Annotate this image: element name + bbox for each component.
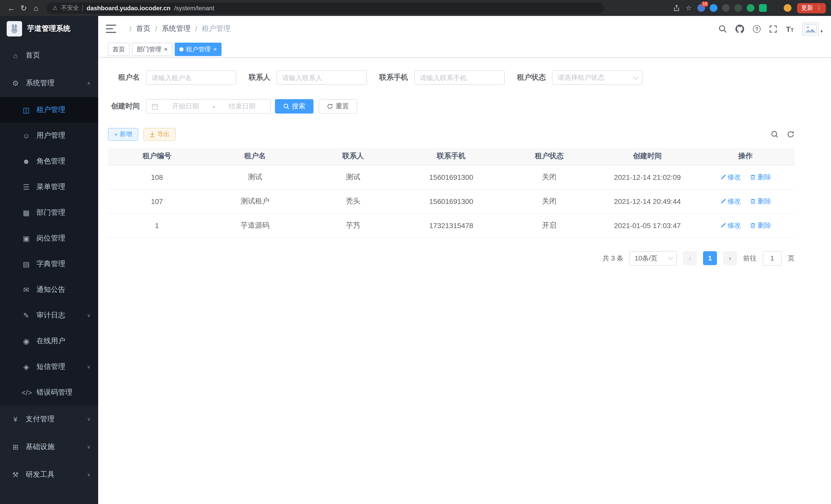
dict-icon: ▤ xyxy=(22,260,31,268)
font-size-icon: TT xyxy=(786,25,794,33)
breadcrumb-link[interactable]: 租户管理 xyxy=(202,24,230,33)
extension-icon[interactable] xyxy=(735,4,742,12)
extension-row: 10 xyxy=(697,4,792,12)
extension-icon[interactable] xyxy=(784,4,792,12)
extension-icon[interactable] xyxy=(759,4,767,12)
date-separator: - xyxy=(213,102,215,110)
sidebar-item[interactable]: ☰ 菜单管理 xyxy=(0,174,98,200)
delete-button[interactable]: 删除 xyxy=(750,197,771,206)
breadcrumb-link[interactable]: 系统管理 xyxy=(162,24,191,33)
sidebar-item[interactable]: ⌂ 首页 xyxy=(0,41,98,69)
sidebar-item[interactable]: ✉ 通知公告 xyxy=(0,277,98,303)
share-button[interactable] xyxy=(674,5,680,11)
edit-button[interactable]: 修改 xyxy=(720,197,741,206)
sidebar-item[interactable]: ▣ 岗位管理 xyxy=(0,226,98,251)
search-button[interactable] xyxy=(718,25,727,33)
home-icon: ⌂ xyxy=(11,51,20,60)
sidebar-item-label: 短信管理 xyxy=(36,362,65,372)
extension-icon[interactable] xyxy=(710,4,717,12)
bunny-icon xyxy=(9,23,20,34)
edit-button[interactable]: 修改 xyxy=(720,221,741,230)
search-submit-button[interactable]: 搜索 xyxy=(275,99,314,114)
home-button[interactable]: ⌂ xyxy=(30,2,42,14)
sidebar-item[interactable]: ☻ 角色管理 xyxy=(0,148,98,174)
tab-close-icon[interactable]: × xyxy=(213,46,217,52)
sidebar-item[interactable]: ◫ 租户管理 xyxy=(0,97,98,123)
back-button[interactable]: ← xyxy=(5,2,18,14)
sidebar-collapse-button[interactable] xyxy=(106,25,116,33)
toggle-search-button[interactable] xyxy=(771,130,779,138)
edit-button-label: 修改 xyxy=(727,172,741,182)
tab-label: 租户管理 xyxy=(186,45,211,54)
url-path: /system/tenant xyxy=(174,4,214,11)
sidebar-item[interactable]: ⚙ 系统管理 ∧ xyxy=(0,69,98,97)
chevron-down-icon xyxy=(668,255,673,260)
status-select[interactable]: 请选择租户状态 xyxy=(552,70,642,85)
app-window: 芋道管理系统 ⌂ 首页 ⚙ 系统管理 ∧ xyxy=(0,16,831,504)
add-button[interactable]: + 新增 xyxy=(108,128,138,141)
sidebar-item[interactable]: ✎ 审计日志 ∨ xyxy=(0,303,98,328)
page-number-button[interactable]: 1 xyxy=(703,251,717,265)
contact-input[interactable] xyxy=(277,70,367,85)
share-icon xyxy=(674,5,680,11)
sidebar-item[interactable]: ◉ 在线用户 xyxy=(0,328,98,354)
sidebar-item[interactable]: ▤ 字典管理 xyxy=(0,251,98,277)
export-button[interactable]: 导出 xyxy=(143,128,176,141)
phone-input[interactable] xyxy=(414,70,505,85)
extension-icon[interactable] xyxy=(771,4,779,12)
fullscreen-button[interactable] xyxy=(769,25,777,33)
table-header-cell: 租户名 xyxy=(206,148,304,165)
sidebar-item[interactable]: ▦ 部门管理 xyxy=(0,200,98,226)
extension-icon[interactable]: 10 xyxy=(697,4,705,12)
breadcrumb-separator: / xyxy=(130,25,132,33)
tab[interactable]: 首页 × xyxy=(108,42,130,56)
table-row[interactable]: 108 测试 测试 15601691300 关闭 2021-12-14 21:0… xyxy=(108,165,795,189)
address-bar[interactable]: ⚠ 不安全 dashboard.yudao.iocoder.cn /system… xyxy=(46,2,604,13)
reset-button[interactable]: 重置 xyxy=(319,99,357,114)
sidebar-item[interactable]: </> 错误码管理 xyxy=(0,380,98,405)
tab[interactable]: 部门管理 × xyxy=(132,42,172,56)
extension-icon[interactable] xyxy=(747,4,754,12)
chevron-icon: ∨ xyxy=(87,444,90,449)
toolbar-right xyxy=(771,130,795,138)
refresh-table-button[interactable] xyxy=(787,130,795,138)
table-row[interactable]: 107 测试租户 秃头 15601691300 关闭 2021-12-14 20… xyxy=(108,189,795,213)
page-size-select[interactable]: 10条/页 xyxy=(630,251,677,265)
sidebar-item[interactable]: ☺ 用户管理 xyxy=(0,123,98,148)
user-avatar[interactable]: ▾ xyxy=(802,22,823,35)
sidebar-item[interactable]: ¥ 支付管理 ∨ xyxy=(0,405,98,433)
goto-label: 前往 xyxy=(743,254,756,263)
next-page-button[interactable]: › xyxy=(723,251,737,265)
app-logo[interactable]: 芋道管理系统 xyxy=(0,16,98,41)
table-body: 108 测试 测试 15601691300 关闭 2021-12-14 21:0… xyxy=(108,165,795,237)
help-button[interactable]: ? xyxy=(753,25,761,33)
prev-page-button[interactable]: ‹ xyxy=(683,251,697,265)
plus-icon: + xyxy=(114,131,118,138)
tenant-name-input[interactable] xyxy=(146,70,236,85)
tab-close-icon[interactable]: × xyxy=(164,46,168,52)
breadcrumb-link[interactable]: 首页 xyxy=(136,24,150,33)
breadcrumb-item: / 系统管理 xyxy=(150,24,191,33)
sidebar-item[interactable]: ◈ 短信管理 ∨ xyxy=(0,354,98,380)
date-range-picker[interactable]: 开始日期 - 结束日期 xyxy=(146,99,271,114)
extension-icon[interactable] xyxy=(722,4,730,12)
table-row[interactable]: 1 芋道源码 芋艿 17321315478 开启 2021-01-05 17:0… xyxy=(108,213,795,237)
table-header-cell: 操作 xyxy=(696,148,795,165)
sidebar-item[interactable]: ⊞ 基础设施 ∨ xyxy=(0,433,98,461)
update-button[interactable]: 更新 ⋮ xyxy=(797,3,826,13)
cell-phone: 17321315478 xyxy=(402,213,500,237)
search-icon xyxy=(771,130,779,138)
github-button[interactable] xyxy=(736,24,744,33)
breadcrumb: / 首页 / 系统管理 / 租户管理 xyxy=(125,24,230,33)
bookmark-button[interactable]: ☆ xyxy=(686,4,692,12)
tab[interactable]: 租户管理 × xyxy=(175,42,222,56)
delete-button[interactable]: 删除 xyxy=(750,221,771,230)
cell-tenant-id: 1 xyxy=(108,213,206,237)
reset-button-label: 重置 xyxy=(336,102,349,111)
edit-button[interactable]: 修改 xyxy=(720,172,741,182)
sidebar-item[interactable]: ⚒ 研发工具 ∨ xyxy=(0,461,98,488)
reload-button[interactable]: ↻ xyxy=(18,2,30,14)
goto-input[interactable] xyxy=(763,251,782,265)
font-size-button[interactable]: TT xyxy=(786,25,794,33)
delete-button[interactable]: 删除 xyxy=(750,172,771,182)
